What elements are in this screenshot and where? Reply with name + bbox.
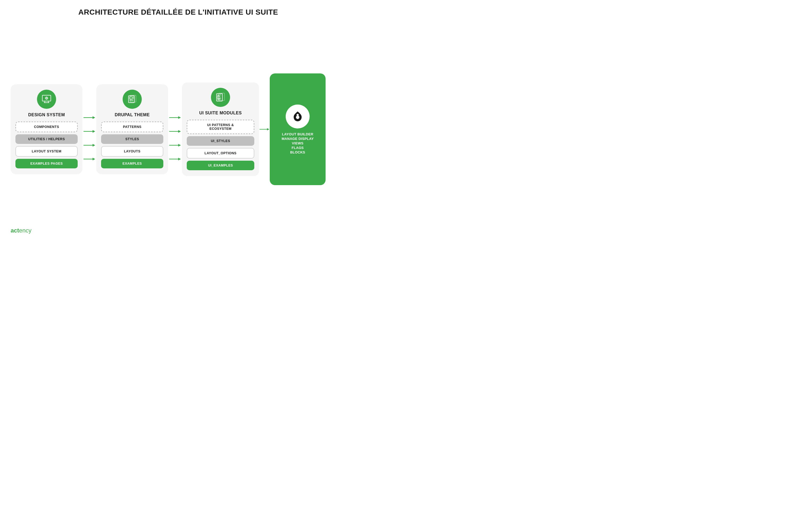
dt-row-1: STYLES <box>101 134 163 144</box>
svg-marker-47 <box>267 128 269 130</box>
footer-brand: actency <box>11 227 32 234</box>
arrow-2-0 <box>168 112 182 124</box>
ds-row-2: LAYOUT SYSTEM <box>15 146 78 157</box>
svg-marker-35 <box>178 144 181 147</box>
drupal-card: LAYOUT BUILDER MANAGE DISPLAY VIEWS FLAG… <box>270 73 326 185</box>
arrow-right-1 <box>83 129 96 134</box>
arrow-2-1 <box>168 126 182 137</box>
ds-row-0: COMPONENTS <box>15 121 78 132</box>
brand-prefix: act <box>11 227 19 234</box>
svg-line-10 <box>45 97 46 98</box>
ui-suite-title: UI SUITE MODULES <box>199 111 242 115</box>
diagram-wrapper: DESIGN SYSTEM COMPONENTS UTILITIES / HEL… <box>11 24 346 234</box>
drupal-labels: LAYOUT BUILDER MANAGE DISPLAY VIEWS FLAG… <box>282 132 314 154</box>
design-system-title: DESIGN SYSTEM <box>28 113 65 117</box>
svg-line-11 <box>47 99 48 99</box>
arrow-1-0 <box>82 112 96 124</box>
svg-marker-31 <box>178 116 181 119</box>
svg-line-12 <box>47 97 48 98</box>
ui-suite-rows: UI PATTERNS & ECOSYSTEM UI_STYLES LAYOUT… <box>187 120 254 170</box>
arrow-to-drupal <box>259 127 270 132</box>
arrow-1-2 <box>82 139 96 151</box>
brand-suffix: ency <box>19 227 32 234</box>
us-row-2: LAYOUT_OPTIONS <box>187 148 254 158</box>
arrow-2-2 <box>168 139 182 151</box>
arrow-right-21 <box>169 129 182 134</box>
svg-marker-15 <box>93 116 95 119</box>
page-title: ARCHITECTURE DÉTAILLÉE DE L'INITIATIVE U… <box>78 8 278 17</box>
drupal-logo-circle <box>286 104 310 129</box>
svg-line-13 <box>45 99 46 99</box>
svg-marker-17 <box>93 130 95 133</box>
us-row-0: UI PATTERNS & ECOSYSTEM <box>187 120 254 134</box>
drupal-theme-rows: PATTERNS STYLES LAYOUTS EXAMPLES <box>101 121 163 168</box>
gear-monitor-icon <box>41 94 52 104</box>
design-system-icon-circle <box>37 90 56 109</box>
arrow-2-rows <box>168 112 182 171</box>
svg-rect-29 <box>130 95 136 102</box>
arrow-right-20 <box>169 115 182 120</box>
svg-rect-45 <box>218 93 225 100</box>
arrow-right-2 <box>83 142 96 148</box>
ds-row-3: EXAMPLES PAGES <box>15 159 78 168</box>
document-image-icon <box>215 92 226 103</box>
drupal-theme-title: DRUPAL THEME <box>115 113 150 117</box>
svg-marker-21 <box>93 158 95 160</box>
drupal-label-2: VIEWS <box>292 141 303 145</box>
dt-row-0: PATTERNS <box>101 121 163 132</box>
drupal-label-1: MANAGE DISPLAY <box>282 137 314 141</box>
arrow-2 <box>168 88 182 171</box>
design-system-rows: COMPONENTS UTILITIES / HELPERS LAYOUT SY… <box>15 121 78 168</box>
arrow-right-22 <box>169 142 182 148</box>
dt-row-2: LAYOUTS <box>101 146 163 157</box>
svg-point-50 <box>297 114 299 116</box>
column-design-system: DESIGN SYSTEM COMPONENTS UTILITIES / HEL… <box>11 84 82 174</box>
diagram-area: DESIGN SYSTEM COMPONENTS UTILITIES / HEL… <box>11 24 346 234</box>
drupal-theme-icon-circle <box>122 90 142 109</box>
arrow-1-3 <box>82 153 96 165</box>
arrow-right-0 <box>83 115 96 120</box>
drupal-label-0: LAYOUT BUILDER <box>282 132 314 136</box>
us-row-3: UI_EXAMPLES <box>187 161 254 170</box>
svg-point-49 <box>296 115 300 119</box>
dt-row-3: EXAMPLES <box>101 159 163 168</box>
ds-row-1: UTILITIES / HELPERS <box>15 134 78 144</box>
svg-marker-19 <box>93 144 95 147</box>
svg-marker-33 <box>178 130 181 133</box>
drupal-logo-svg <box>290 109 305 124</box>
svg-point-5 <box>46 98 47 98</box>
arrow-right-3 <box>83 156 96 162</box>
arrow-1-rows <box>82 112 96 171</box>
arrow-to-drupal-svg <box>259 127 270 132</box>
us-row-1: UI_STYLES <box>187 136 254 146</box>
column-ui-suite-modules: UI SUITE MODULES UI PATTERNS & ECOSYSTEM… <box>182 82 259 176</box>
arrow-2-3 <box>168 153 182 165</box>
column-drupal-theme: DRUPAL THEME PATTERNS STYLES LAYOUTS EXA… <box>96 84 168 174</box>
svg-marker-37 <box>178 158 181 160</box>
arrow-right-23 <box>169 156 182 162</box>
arrow-1 <box>82 88 96 171</box>
arrow-1-1 <box>82 126 96 137</box>
drupal-label-4: BLOCKS <box>290 150 305 154</box>
drupal-label-3: FLAGS <box>291 146 304 150</box>
newspaper-icon <box>127 94 137 104</box>
ui-suite-icon-circle <box>211 88 230 107</box>
